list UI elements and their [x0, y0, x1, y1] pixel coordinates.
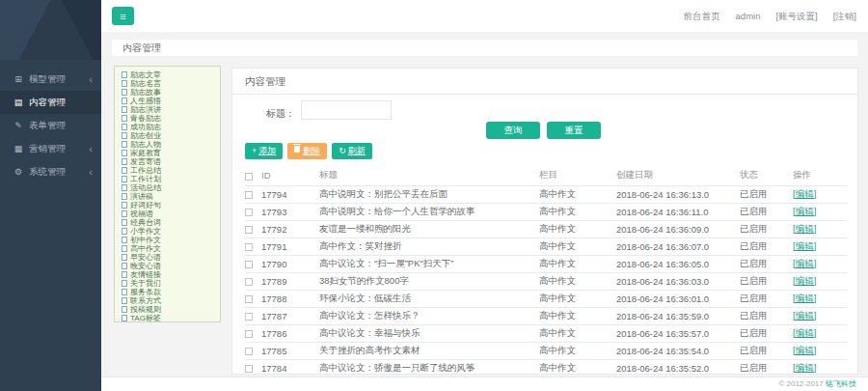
document-icon: [122, 184, 127, 191]
cell-title: 环保小论文：低碳生活: [319, 290, 539, 307]
tree-node[interactable]: 励志创业: [115, 131, 220, 140]
cell-action: [编辑]: [793, 237, 847, 255]
tree-node[interactable]: 活动总结: [115, 183, 220, 192]
document-icon: [122, 141, 127, 148]
sidebar-item-system[interactable]: ⚙系统管理‹: [0, 160, 101, 183]
table-row: 17786高中议论文：幸福与快乐高中作文2018-06-24 16:35:57.…: [245, 324, 847, 342]
sidebar-item-form[interactable]: ✎表单管理: [0, 114, 101, 137]
company-link[interactable]: 铭飞科技: [826, 379, 856, 388]
sidebar-item-content[interactable]: ▤内容管理: [0, 91, 101, 114]
tree-node[interactable]: 友情链接: [115, 270, 220, 279]
tree-node-label: 人生感悟: [130, 97, 161, 105]
tree-node[interactable]: 励志演讲: [115, 105, 220, 114]
edit-link[interactable]: [编辑]: [793, 188, 816, 199]
edit-link[interactable]: [编辑]: [793, 327, 816, 338]
tree-node-label: 活动总结: [130, 183, 161, 192]
tree-node[interactable]: 励志故事: [115, 88, 220, 97]
tree-node[interactable]: 成功励志: [115, 123, 220, 131]
tree-node-label: 励志文章: [130, 70, 161, 79]
tree-node-label: 励志故事: [130, 88, 161, 97]
row-checkbox[interactable]: [245, 191, 253, 199]
document-icon: [122, 237, 127, 243]
edit-link[interactable]: [编辑]: [793, 240, 816, 251]
title-search-input[interactable]: [301, 100, 392, 120]
topbar-link-account-settings[interactable]: [账号设置]: [775, 11, 817, 21]
tree-node[interactable]: 联系方式: [115, 296, 220, 305]
row-checkbox[interactable]: [245, 278, 253, 286]
tree-node[interactable]: 经典台词: [115, 218, 220, 227]
sidebar-item-model[interactable]: ⊞模型管理‹: [0, 68, 101, 91]
tree-node[interactable]: 人生感悟: [115, 97, 220, 105]
cell-status: 已启用: [740, 290, 793, 307]
column-header: 标题: [319, 166, 539, 185]
sidebar-item-marketing[interactable]: ▦营销管理‹: [0, 137, 101, 160]
tree-node[interactable]: 晚安心语: [115, 262, 220, 270]
query-button[interactable]: 查询: [486, 122, 540, 139]
edit-link[interactable]: [编辑]: [793, 258, 816, 268]
tree-node[interactable]: 工作计划: [115, 175, 220, 183]
app-logo: [0, 0, 101, 60]
cell-id: 17784: [261, 359, 319, 375]
tree-node-label: 励志创业: [130, 131, 161, 140]
cell-action: [编辑]: [793, 290, 847, 307]
row-checkbox[interactable]: [245, 226, 253, 234]
tree-node-label: 关于我们: [130, 279, 161, 288]
tree-node-label: 家庭教育: [130, 149, 161, 157]
reset-button[interactable]: 重置: [547, 122, 601, 139]
cell-action: [编辑]: [793, 255, 847, 272]
cell-date: 2018-06-24 16:36:05.0: [616, 255, 740, 272]
delete-button[interactable]: 删除: [287, 143, 327, 159]
tree-node[interactable]: 发言寄语: [115, 157, 220, 166]
tree-node[interactable]: 初中作文: [115, 236, 220, 244]
edit-link[interactable]: [编辑]: [793, 345, 816, 355]
tree-node[interactable]: 投稿规则: [115, 305, 220, 314]
row-checkbox[interactable]: [245, 209, 253, 216]
edit-link[interactable]: [编辑]: [793, 362, 816, 373]
tree-node[interactable]: 工作总结: [115, 166, 220, 175]
tree-node[interactable]: 高中作文: [115, 244, 220, 253]
document-icon: [122, 106, 127, 113]
cell-title: 高中说明文：给你一个人生哲学的故事: [319, 203, 539, 220]
category-tree-list: 励志文章励志名言励志故事人生感悟励志演讲青春励志成功励志励志创业励志人物家庭教育…: [115, 70, 220, 322]
tree-node[interactable]: 励志名言: [115, 79, 220, 88]
tree-node[interactable]: 祝福语: [115, 209, 220, 218]
add-button[interactable]: +添加: [245, 143, 283, 159]
refresh-button[interactable]: ↻刷新: [332, 143, 372, 159]
tree-node[interactable]: 演讲稿: [115, 192, 220, 201]
row-checkbox[interactable]: [245, 295, 253, 303]
edit-link[interactable]: [编辑]: [793, 223, 816, 234]
edit-link[interactable]: [编辑]: [793, 275, 816, 286]
edit-link[interactable]: [编辑]: [793, 293, 816, 303]
row-checkbox[interactable]: [245, 330, 253, 338]
row-checkbox-cell: [245, 324, 261, 342]
document-icon: ▤: [13, 91, 24, 114]
row-checkbox[interactable]: [245, 348, 253, 355]
tree-node-label: 晚安心语: [130, 262, 161, 270]
tree-node[interactable]: 青春励志: [115, 114, 220, 123]
row-checkbox[interactable]: [245, 365, 253, 373]
sidebar: ⊞模型管理‹▤内容管理✎表单管理▦营销管理‹⚙系统管理‹: [0, 0, 101, 391]
tree-node-label: 好词好句: [130, 201, 161, 209]
menu-toggle-button[interactable]: ≡: [112, 7, 134, 25]
tree-node[interactable]: 好词好句: [115, 201, 220, 209]
tree-node-label: 成功励志: [130, 123, 161, 131]
sidebar-menu: ⊞模型管理‹▤内容管理✎表单管理▦营销管理‹⚙系统管理‹: [0, 60, 101, 183]
cell-date: 2018-06-24 16:36:11.0: [616, 203, 740, 220]
tree-node[interactable]: 早安心语: [115, 253, 220, 262]
edit-link[interactable]: [编辑]: [793, 310, 816, 321]
tree-node[interactable]: 小学作文: [115, 227, 220, 236]
tree-node[interactable]: 关于我们: [115, 279, 220, 288]
tree-node[interactable]: 励志人物: [115, 140, 220, 149]
topbar-link-username[interactable]: admin: [736, 11, 761, 21]
tree-node[interactable]: TAG标签: [115, 314, 220, 322]
tree-node[interactable]: 服务条款: [115, 288, 220, 296]
edit-link[interactable]: [编辑]: [793, 206, 816, 216]
topbar-link-frontend-home[interactable]: 前台首页: [684, 11, 720, 21]
select-all-checkbox[interactable]: [245, 173, 253, 181]
row-checkbox[interactable]: [245, 261, 253, 268]
tree-node[interactable]: 家庭教育: [115, 149, 220, 157]
row-checkbox[interactable]: [245, 243, 253, 251]
row-checkbox[interactable]: [245, 313, 253, 321]
tree-node[interactable]: 励志文章: [115, 70, 220, 79]
topbar-link-logout[interactable]: [注销]: [833, 11, 856, 21]
